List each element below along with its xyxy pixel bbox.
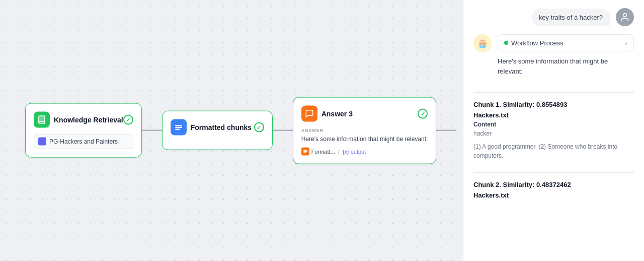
chunk-2-filename: Hackers.txt xyxy=(473,191,634,199)
svg-rect-0 xyxy=(38,116,45,123)
answer-formatted-label: Formatt... xyxy=(311,148,335,154)
chunk-1-section: Chunk 1. Similarity: 0.8554893 Hackers.t… xyxy=(463,101,644,164)
svg-rect-1 xyxy=(175,125,182,126)
node-formatted-chunks[interactable]: Formatted chunks xyxy=(162,111,273,150)
knowledge-node-icon xyxy=(34,112,50,128)
answer-output-badge[interactable]: {x} output xyxy=(343,148,366,154)
svg-rect-3 xyxy=(175,129,180,130)
chunk-1-content-value: hacker xyxy=(473,129,634,138)
connector-line-right xyxy=(436,130,456,131)
sub-item-label: PG-Hackers and Painters xyxy=(49,138,118,145)
answer-formatted-icon xyxy=(301,147,309,155)
user-message-bubble: key traits of a hacker? xyxy=(532,9,610,26)
output-label: output xyxy=(351,148,366,154)
answer-content-label: ANSWER xyxy=(301,128,428,133)
answer-check-icon xyxy=(418,109,428,119)
chunk-1-title: Chunk 1. Similarity: 0.8554893 xyxy=(473,101,634,108)
knowledge-sub-item[interactable]: PG-Hackers and Painters xyxy=(34,134,133,149)
answer-divider: / xyxy=(338,148,340,154)
svg-rect-5 xyxy=(303,151,307,152)
assistant-content: Workflow Process › Here's some informati… xyxy=(498,34,634,76)
svg-rect-4 xyxy=(303,150,307,151)
workflow-badge-label: Workflow Process xyxy=(511,39,564,47)
assistant-avatar: 🧁 xyxy=(473,34,492,52)
workflow-canvas: Knowledge Retrieval PG-Hackers and Paint… xyxy=(0,0,463,261)
svg-point-7 xyxy=(623,14,627,17)
formatted-check-icon xyxy=(254,122,264,133)
workflow-status-dot xyxy=(504,41,508,45)
answer-content-text: Here's some information that might be re… xyxy=(301,135,428,144)
workflow-process-badge[interactable]: Workflow Process › xyxy=(498,34,634,51)
chunk-1-content-label: Content xyxy=(473,121,634,128)
user-avatar xyxy=(616,8,634,26)
svg-rect-6 xyxy=(303,152,306,153)
sub-item-doc-icon xyxy=(38,138,46,146)
formatted-node-title: Formatted chunks xyxy=(191,123,252,132)
assistant-section: 🧁 Workflow Process › Here's some informa… xyxy=(463,34,644,84)
workflow-badge-left: Workflow Process xyxy=(504,39,564,47)
formatted-node-icon xyxy=(171,119,187,136)
node-answer-3[interactable]: Answer 3 ANSWER Here's some information … xyxy=(293,97,437,164)
chunk-1-filename: Hackers.txt xyxy=(473,111,634,119)
answer-node-icon xyxy=(301,106,317,122)
workflow-nodes: Knowledge Retrieval PG-Hackers and Paint… xyxy=(0,97,456,164)
connector-line-2 xyxy=(273,130,293,131)
node-knowledge-retrieval[interactable]: Knowledge Retrieval PG-Hackers and Paint… xyxy=(25,103,142,158)
assistant-response-text: Here's some information that might be re… xyxy=(498,56,634,76)
chunk-2-title: Chunk 2. Similarity: 0.48372462 xyxy=(473,181,634,188)
output-icon: {x} xyxy=(343,148,349,154)
chunk-2-section: Chunk 2. Similarity: 0.48372462 Hackers.… xyxy=(463,181,644,201)
answer-formatted-badge: Formatt... xyxy=(301,147,335,155)
connector-line-1 xyxy=(142,130,162,131)
svg-rect-2 xyxy=(175,127,182,128)
right-panel: key traits of a hacker? 🧁 Workflow Proce… xyxy=(463,0,644,261)
answer-node-title: Answer 3 xyxy=(321,110,353,118)
user-message-text: key traits of a hacker? xyxy=(539,14,603,21)
chat-header: key traits of a hacker? xyxy=(463,0,644,34)
chunk-1-detail-value: (1) A good programmer. (2) Someone who b… xyxy=(473,142,634,160)
panel-divider-1 xyxy=(473,92,634,93)
knowledge-node-title: Knowledge Retrieval xyxy=(54,116,123,124)
workflow-chevron-icon: › xyxy=(625,39,627,47)
knowledge-check-icon xyxy=(123,115,133,125)
panel-divider-2 xyxy=(473,172,634,173)
